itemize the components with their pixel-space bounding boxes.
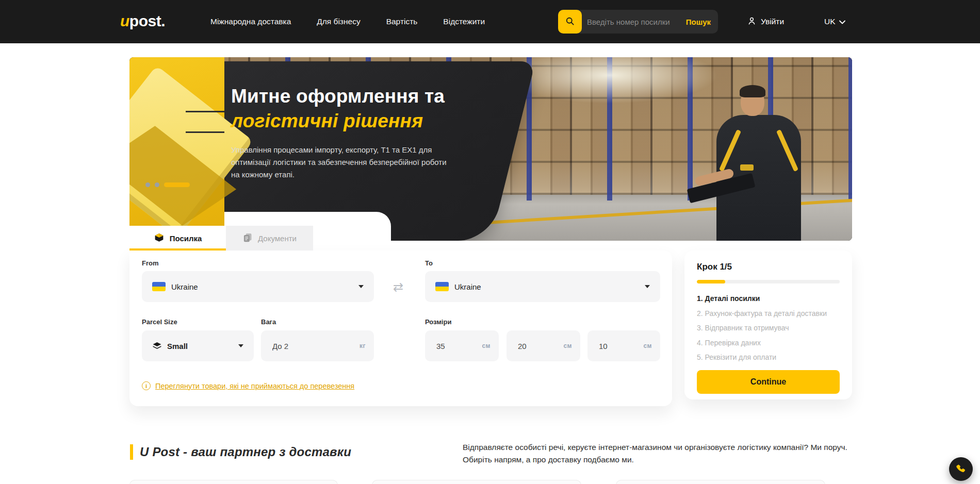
from-country-value: Ukraine xyxy=(171,282,198,291)
dimension-height-input[interactable] xyxy=(587,330,660,361)
info-icon: i xyxy=(142,381,151,390)
dimensions-label: Розміри xyxy=(425,318,451,326)
login-button[interactable]: Увійти xyxy=(747,0,784,43)
hero-title-line1: Митне оформлення та xyxy=(231,86,445,107)
tracking-number-input[interactable] xyxy=(587,10,675,34)
steps-list: 1. Деталі посилки 2. Рахунок-фактура та … xyxy=(697,294,840,361)
swap-directions-button[interactable]: ⇄ xyxy=(390,279,406,295)
carousel-dot-2[interactable] xyxy=(155,182,159,187)
language-selector[interactable]: UK xyxy=(824,0,845,43)
about-title: U Post - ваш партнер з доставки xyxy=(140,445,351,459)
logo-text: post. xyxy=(129,12,165,29)
to-country-select[interactable]: Ukraine xyxy=(425,271,660,302)
hero-title: Митне оформлення та логістичні рішення xyxy=(231,84,479,133)
hero-envelope-image xyxy=(129,57,224,241)
warehouse-light-graphic xyxy=(501,57,718,104)
progress-bar xyxy=(697,280,840,283)
continue-button[interactable]: Continue xyxy=(697,370,840,394)
step-item-1: 1. Деталі посилки xyxy=(697,294,840,303)
about-text: Відправляєте особисті речі, керуєте інте… xyxy=(463,441,855,466)
ukraine-flag-icon xyxy=(152,282,166,291)
documents-icon xyxy=(242,232,253,244)
tab-documents-label: Документи xyxy=(258,234,297,243)
logo[interactable]: upost. xyxy=(120,12,165,30)
nav-link-business[interactable]: Для бізнесу xyxy=(317,17,360,26)
carousel-dots xyxy=(145,182,190,187)
tab-documents[interactable]: Документи xyxy=(226,226,313,251)
tab-parcel[interactable]: Посилка xyxy=(129,226,226,251)
step-item-5: 5. Реквізити для оплати xyxy=(697,353,840,361)
parcel-box-icon xyxy=(154,232,165,244)
step-item-2: 2. Рахунок-фактура та деталі доставки xyxy=(697,309,840,318)
progress-fill xyxy=(697,280,725,283)
carousel-dot-3-active[interactable] xyxy=(164,182,190,187)
parcel-size-value: Small xyxy=(167,342,188,351)
tab-parcel-label: Посилка xyxy=(170,234,202,243)
direction-card-stub[interactable] xyxy=(616,480,825,484)
search-button[interactable] xyxy=(558,10,582,34)
login-label: Увійти xyxy=(761,17,784,26)
page: upost. Міжнародна доставка Для бізнесу В… xyxy=(0,0,980,484)
weight-input[interactable] xyxy=(261,330,374,361)
dimension-length-input[interactable] xyxy=(425,330,499,361)
weight-label: Вага xyxy=(261,318,276,326)
shipment-tabs: Посилка Документи xyxy=(129,226,313,251)
direction-card-stub[interactable] xyxy=(129,480,338,484)
to-country-value: Ukraine xyxy=(454,282,481,291)
hero-description: Управління процесами імпорту, експорту, … xyxy=(231,144,453,181)
nav-link-international[interactable]: Міжнародна доставка xyxy=(210,17,291,26)
caret-down-icon xyxy=(238,344,243,347)
about-heading: U Post - ваш партнер з доставки xyxy=(130,444,351,460)
caret-down-icon xyxy=(645,285,650,288)
parcel-size-select[interactable]: Small xyxy=(142,330,254,361)
dimension-length-field: см xyxy=(425,330,499,361)
search-icon xyxy=(565,16,575,28)
chevron-down-icon xyxy=(839,17,845,26)
step-item-3: 3. Відправник та отримувач xyxy=(697,324,840,332)
weight-field: кг xyxy=(261,330,374,361)
restricted-items-link-text: Переглянути товари, які не приймаються д… xyxy=(155,382,354,390)
carousel-dot-1[interactable] xyxy=(145,182,150,187)
to-label: To xyxy=(425,259,433,267)
tracking-search: Пошук xyxy=(558,10,718,34)
navbar: upost. Міжнародна доставка Для бізнесу В… xyxy=(0,0,980,43)
hero-text-block: Митне оформлення та логістичні рішення У… xyxy=(231,84,479,181)
dimension-width-field: см xyxy=(507,330,580,361)
hero-title-line2: логістичні рішення xyxy=(231,110,423,131)
search-submit-button[interactable]: Пошук xyxy=(686,10,711,34)
shipment-form-card: From Ukraine ⇄ To Ukraine Parcel Size Sm… xyxy=(129,251,672,406)
hero-carousel: Митне оформлення та логістичні рішення У… xyxy=(129,57,852,241)
nav-link-pricing[interactable]: Вартість xyxy=(386,17,418,26)
ukraine-flag-icon xyxy=(435,282,449,291)
dimension-height-field: см xyxy=(587,330,660,361)
parcel-size-label: Parcel Size xyxy=(142,318,177,326)
user-icon xyxy=(747,16,757,28)
phone-contact-button[interactable] xyxy=(949,457,973,481)
nav-link-track[interactable]: Відстежити xyxy=(443,17,485,26)
main-nav: Міжнародна доставка Для бізнесу Вартість… xyxy=(210,0,485,43)
from-label: From xyxy=(142,259,159,267)
steps-title: Крок 1/5 xyxy=(697,262,840,272)
caret-down-icon xyxy=(358,285,364,288)
parcel-size-icon xyxy=(152,341,162,351)
logo-accent: u xyxy=(120,12,129,29)
direction-card-stub[interactable] xyxy=(372,480,581,484)
restricted-items-link[interactable]: i Переглянути товари, які не приймаються… xyxy=(142,381,354,390)
heading-accent-bar xyxy=(130,444,133,460)
phone-icon xyxy=(955,463,967,475)
steps-panel: Крок 1/5 1. Деталі посилки 2. Рахунок-фа… xyxy=(684,251,852,399)
dimension-width-input[interactable] xyxy=(507,330,580,361)
from-country-select[interactable]: Ukraine xyxy=(142,271,374,302)
language-label: UK xyxy=(824,17,836,26)
step-item-4: 4. Перевірка даних xyxy=(697,339,840,347)
courier-head xyxy=(741,87,764,116)
